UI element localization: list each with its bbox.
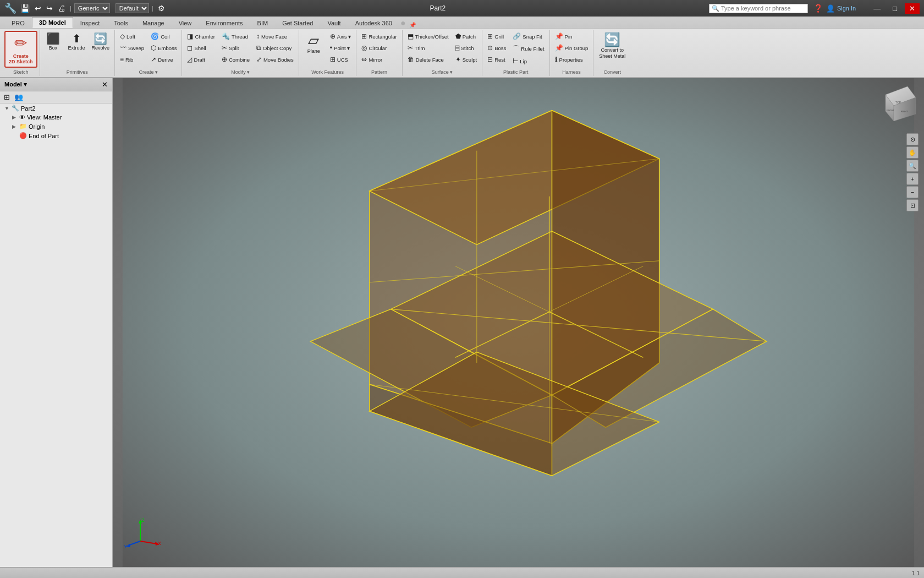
redo-icon[interactable]: ↪ [45,3,54,13]
tab-tools[interactable]: Tools [107,18,135,28]
group-icon[interactable]: 👥 [13,92,25,102]
generic-dropdown[interactable]: Generic [74,3,110,13]
derive-button[interactable]: ↗ Derive [148,54,179,65]
tab-3d-model[interactable]: 3D Model [32,17,73,28]
boss-button[interactable]: ⊙ Boss [485,42,509,53]
tab-bim[interactable]: BIM [250,18,276,28]
plane-icon: ▱ [308,33,319,47]
delete-face-button[interactable]: 🗑 Delete Face [405,54,452,65]
tab-manage[interactable]: Manage [135,18,172,28]
pan-tool[interactable]: ✋ [906,146,919,159]
ucs-button[interactable]: ⊞ UCS [327,54,354,65]
pin-group-button[interactable]: 📌 Pin Group [552,42,591,53]
create-2d-sketch-button[interactable]: ✏ Create2D Sketch [4,31,37,68]
sidebar-toolbar: ⊞ 👥 [0,91,112,103]
revolve-button[interactable]: 🔄 Revolve [89,31,113,53]
tab-get-started[interactable]: Get Started [275,18,320,28]
rule-fillet-button[interactable]: ⌒ Rule Fillet [510,42,547,55]
tab-vault[interactable]: Vault [320,18,348,28]
sweep-button[interactable]: 〰 Sweep [117,42,147,53]
360-indicator[interactable]: ● [400,18,406,28]
help-icon[interactable]: ❓ [813,4,823,13]
combine-button[interactable]: ⊕ Combine [219,54,252,65]
sidebar-close-icon[interactable]: ✕ [102,80,108,89]
tree-item-part2[interactable]: ▼ 🔧 Part2 [0,103,112,113]
settings-icon[interactable]: ⚙ [156,3,167,13]
save-icon[interactable]: 💾 [19,3,31,13]
lip-button[interactable]: ⊢ Lip [510,56,547,67]
chamfer-button[interactable]: ◨ Chamfer [184,31,217,42]
print-icon[interactable]: 🖨 [56,3,67,13]
point-button[interactable]: • Point ▾ [327,42,354,53]
extrude-button[interactable]: ⬆ Extrude [65,31,88,53]
tree-item-view-master[interactable]: ▶ 👁 View: Master [0,113,112,122]
tree-item-end-of-part[interactable]: 🔴 End of Part [0,131,112,140]
tree-item-origin[interactable]: ▶ 📁 Origin [0,122,112,131]
rib-button[interactable]: ≡ Rib [117,54,147,65]
close-button[interactable]: ✕ [905,3,920,14]
patch-button[interactable]: ⬟ Patch [453,31,480,42]
zoom-tool[interactable]: 🔍 [906,160,919,172]
mirror-icon: ⇔ [361,56,367,63]
navigation-cube[interactable]: TOP FRONT RIGHT [875,84,919,128]
default-dropdown[interactable]: Default [116,3,149,13]
snap-fit-button[interactable]: 🔗 Snap Fit [510,31,547,42]
zoom-in-tool[interactable]: + [906,173,919,185]
signin-label[interactable]: Sign In [837,5,856,12]
move-bodies-button[interactable]: ⤢ Move Bodies [254,54,296,65]
trim-button[interactable]: ✂ Trim [405,42,452,53]
axis-button[interactable]: ⊕ Axis ▾ [327,31,354,42]
fit-view-tool[interactable]: ⊡ [906,199,919,211]
search-bar[interactable]: 🔍 ▼ [709,4,808,13]
loft-button[interactable]: ◇ Loft [117,31,147,42]
object-copy-button[interactable]: ⧉ Object Copy [254,42,296,53]
mirror-button[interactable]: ⇔ Mirror [359,54,399,65]
split-button[interactable]: ✂ Split [219,42,252,53]
emboss-button[interactable]: ⬡ Emboss [148,42,179,53]
properties-button[interactable]: ℹ Properties [552,54,591,65]
pin-button[interactable]: 📌 Pin [552,31,591,42]
primitives-items: ⬛ Box ⬆ Extrude 🔄 Revolve [42,31,113,68]
ribbon-tabs: PRO 3D Model Inspect Tools Manage View E… [0,17,924,29]
thicken-offset-button[interactable]: ⬒ Thicken/Offset [405,31,452,42]
move-face-button[interactable]: ↕ Move Face [254,31,296,42]
sculpt-button[interactable]: ✦ Sculpt [453,54,480,65]
draft-button[interactable]: ◿ Draft [184,54,217,65]
surface-group-label: Surface ▾ [432,68,453,75]
circular-button[interactable]: ◎ Circular [359,42,399,53]
plane-button[interactable]: ▱ Plane [301,31,326,57]
tab-view[interactable]: View [172,18,199,28]
tab-pro[interactable]: PRO [4,18,32,28]
view-master-expander: ▶ [12,114,18,120]
grill-button[interactable]: ⊞ Grill [485,31,509,42]
surface-col1: ⬒ Thicken/Offset ✂ Trim 🗑 Delete Face [405,31,452,65]
search-input[interactable] [721,5,798,12]
tab-autodesk360[interactable]: Autodesk 360 [348,18,399,28]
zoom-out-tool[interactable]: − [906,186,919,198]
harness-col1: 📌 Pin 📌 Pin Group ℹ Properties [552,31,591,65]
tab-environments[interactable]: Environments [199,18,250,28]
lip-icon: ⊢ [513,57,518,65]
sidebar-header: Model ▾ ✕ [0,78,112,91]
search-options-icon[interactable]: ▼ [800,6,805,12]
thread-button[interactable]: 🔩 Thread [219,31,252,42]
convert-sheet-metal-button[interactable]: 🔄 Convert toSheet Metal [596,31,629,62]
tab-inspect[interactable]: Inspect [73,18,107,28]
orbit-tool[interactable]: ⊙ [906,133,919,145]
viewport[interactable]: TOP FRONT RIGHT ⊙ ✋ 🔍 + − ⊡ Z X [113,78,924,567]
undo-icon[interactable]: ↩ [33,3,43,13]
minimize-button[interactable]: — [869,3,885,14]
rest-button[interactable]: ⊟ Rest [485,54,509,65]
emboss-icon: ⬡ [151,44,156,52]
box-button[interactable]: ⬛ Box [42,31,64,53]
ribbon-pin-icon[interactable]: 📌 [409,22,416,28]
stitch-button[interactable]: ⌸ Stitch [453,42,480,53]
shell-button[interactable]: ◻ Shell [184,42,217,53]
status-right: 1 1 [912,570,920,576]
svg-line-34 [128,541,140,546]
coil-button[interactable]: 🌀 Coil [148,31,179,42]
rectangular-button[interactable]: ⊞ Rectangular [359,31,399,42]
maximize-button[interactable]: □ [888,3,901,14]
filter-icon[interactable]: ⊞ [2,92,12,102]
axis-icon: ⊕ [330,32,336,40]
